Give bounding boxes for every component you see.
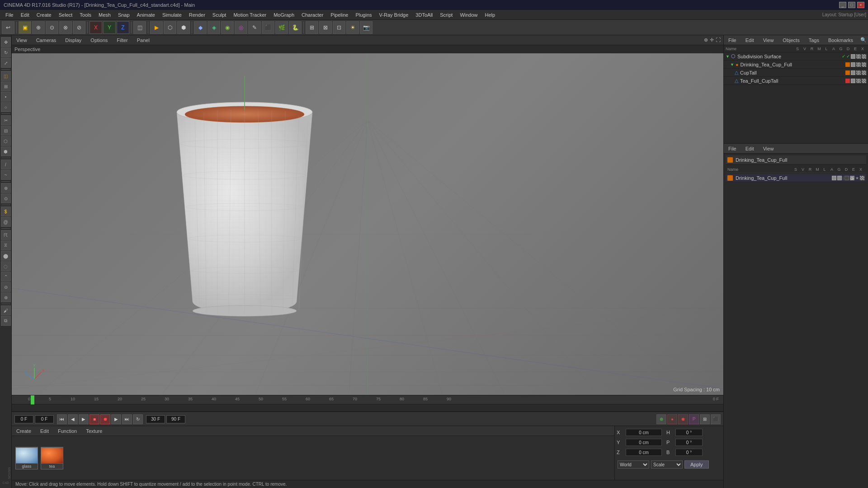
render-active[interactable]: ▶ (150, 21, 163, 34)
mat-tab-texture[interactable]: Texture (84, 427, 104, 435)
om-red-dot-4[interactable] (845, 79, 850, 83)
render-picture[interactable]: ⬡ (164, 21, 176, 34)
om-row-subdivision[interactable]: ▼ ⬡ Subdivision Surface ✓ ✓ (724, 52, 868, 61)
om-search-icon[interactable]: 🔍 (860, 37, 867, 43)
menu-3dtoall[interactable]: 3DToAll (412, 11, 436, 19)
menu-simulate[interactable]: Simulate (159, 11, 185, 19)
grid-btn[interactable]: ⊡ (333, 21, 345, 34)
key-p-button[interactable]: P (689, 414, 699, 424)
menu-render[interactable]: Render (185, 11, 209, 19)
start-frame-input[interactable]: 0 F (14, 415, 33, 423)
coord-b-input[interactable] (675, 449, 703, 456)
fps-input[interactable]: 30 F (146, 415, 165, 423)
mat-tab-function[interactable]: Function (56, 427, 79, 435)
coord-btn[interactable]: ◆ (194, 21, 207, 34)
menu-motion-tracker[interactable]: Motion Tracker (230, 11, 270, 19)
om-expand-2[interactable]: ▼ (730, 62, 734, 67)
om-tab-tags[interactable]: Tags (807, 37, 821, 44)
vp-options-menu[interactable]: Options (89, 37, 109, 44)
tool-obj[interactable]: ○ (1, 102, 11, 112)
tool-point[interactable]: • (1, 92, 11, 102)
material-glass[interactable]: glass (15, 447, 38, 469)
apply-button[interactable]: Apply (684, 460, 709, 469)
om-check-1a[interactable]: ✓ (842, 54, 845, 59)
om-check-1b[interactable]: ✓ (846, 54, 850, 59)
axis-x[interactable]: X (90, 21, 102, 34)
mode-scale[interactable]: ⊗ (59, 21, 72, 34)
vp-cameras-menu[interactable]: Cameras (34, 37, 58, 44)
menu-tools[interactable]: Tools (76, 11, 95, 19)
viewport-3d[interactable]: X Y Z Grid Spacing : 10 cm (12, 53, 723, 395)
om-dot-3[interactable] (851, 70, 855, 75)
key-grid-button[interactable]: ⊞ (700, 414, 710, 424)
vp-view-menu[interactable]: View (14, 37, 29, 44)
tool-move[interactable]: ✥ (1, 37, 11, 47)
attr-dot-a[interactable] (844, 176, 849, 180)
key-plus-button[interactable]: ⊕ (656, 414, 666, 424)
tool-flatten[interactable]: ⊝ (1, 282, 11, 292)
vp-fullscreen[interactable]: ⛶ (716, 37, 721, 43)
record-button[interactable]: ⏺ (100, 414, 110, 424)
world-select[interactable]: World Object (618, 460, 649, 469)
om-row-teafull[interactable]: △ Tea_Full_CupTall (724, 77, 868, 85)
tool-inflate[interactable]: ⬤ (1, 251, 11, 261)
paint-btn[interactable]: ◎ (235, 21, 247, 34)
axis-z[interactable]: Z (117, 21, 129, 34)
om-tab-file[interactable]: File (726, 37, 738, 44)
attr-tab-view[interactable]: View (761, 145, 776, 152)
menu-vray[interactable]: V-Ray Bridge (376, 11, 412, 19)
menu-mograph[interactable]: MoGraph (270, 11, 298, 19)
close-button[interactable]: × (857, 2, 864, 8)
mode-select[interactable]: ⊕ (32, 21, 45, 34)
object-mode-btn[interactable]: ◫ (133, 21, 146, 34)
mode-rotate[interactable]: ⊘ (73, 21, 85, 34)
tool-spline[interactable]: ~ (1, 170, 11, 180)
camera-btn[interactable]: 📷 (360, 21, 373, 34)
attr-dot-v[interactable] (832, 176, 836, 180)
om-tab-view[interactable]: View (761, 37, 776, 44)
attr-tab-file[interactable]: File (726, 145, 738, 152)
timeline-track[interactable] (12, 404, 723, 412)
axis-y[interactable]: Y (103, 21, 116, 34)
tool-warp[interactable]: ⧖ (1, 240, 11, 250)
undo-button[interactable]: ↩ (2, 21, 14, 34)
step-back-button[interactable]: ◀ (68, 414, 78, 424)
tool-extrude[interactable]: ⬡ (1, 136, 11, 146)
coord-y-input[interactable] (626, 439, 662, 446)
current-frame-input[interactable]: 0 F (35, 415, 54, 423)
texture-btn[interactable]: ✎ (248, 21, 261, 34)
mat-tab-edit[interactable]: Edit (38, 427, 51, 435)
measure-btn[interactable]: ⊠ (319, 21, 332, 34)
tool-magnet[interactable]: ☈ (1, 230, 11, 240)
coord-p-input[interactable] (675, 439, 703, 446)
menu-file[interactable]: File (2, 11, 17, 19)
tool-scale[interactable]: ⤢ (1, 58, 11, 68)
key-record-button[interactable]: ⏺ (678, 414, 688, 424)
tool-smooth[interactable]: ◌ (1, 261, 11, 271)
menu-script[interactable]: Script (436, 11, 456, 19)
menu-create[interactable]: Create (33, 11, 55, 19)
tool-edge[interactable]: ⊞ (1, 81, 11, 91)
tool-bridge[interactable]: ⊟ (1, 126, 11, 136)
menu-snap[interactable]: Snap (114, 11, 133, 19)
mat-tab-create[interactable]: Create (14, 427, 33, 435)
loop-button[interactable]: ↻ (133, 414, 143, 424)
attr-tab-edit[interactable]: Edit (744, 145, 756, 152)
step-fwd-button[interactable]: ▶ (111, 414, 121, 424)
om-dot-4[interactable] (851, 79, 855, 83)
om-dot-1[interactable] (851, 54, 855, 59)
key-expand-button[interactable]: ⬛ (711, 414, 721, 424)
vp-maximize[interactable]: ⊕ (704, 37, 708, 43)
om-dot-2[interactable] (851, 62, 855, 67)
om-row-cuptall[interactable]: △ CupTall (724, 69, 868, 77)
scale-select[interactable]: Scale Size (651, 460, 683, 469)
vp-center[interactable]: ✛ (710, 37, 714, 43)
tool-brush2[interactable]: ⊙ (1, 193, 11, 203)
tool-rotate[interactable]: ↻ (1, 47, 11, 57)
material-tea[interactable]: tea (41, 447, 63, 469)
light-btn[interactable]: ☀ (346, 21, 359, 34)
menu-select[interactable]: Select (55, 11, 76, 19)
tool-spiral[interactable]: @ (1, 217, 11, 227)
om-expand-1[interactable]: ▼ (726, 54, 730, 59)
tool-dollar[interactable]: $ (1, 206, 11, 216)
